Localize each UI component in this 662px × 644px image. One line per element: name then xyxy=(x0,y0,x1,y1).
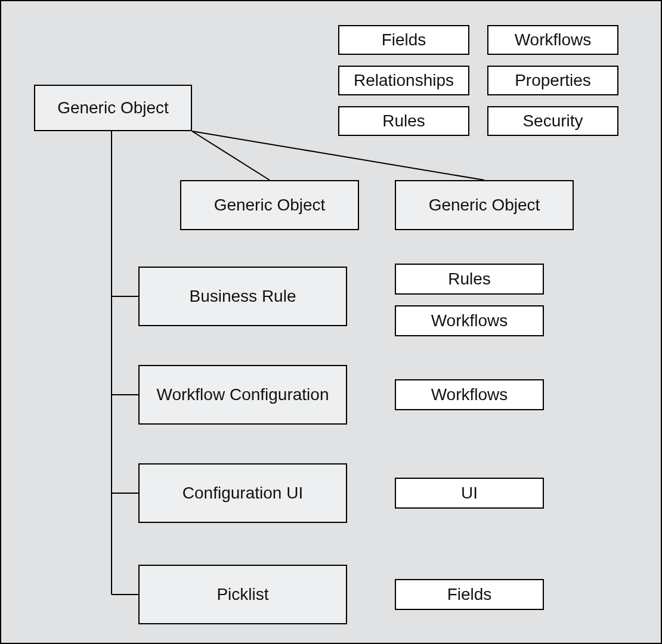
attr-label: Fields xyxy=(382,30,426,49)
diagram-canvas: Generic Object Fields Workflows Relation… xyxy=(0,0,662,644)
node-label: Generic Object xyxy=(57,98,169,117)
attr-security: Security xyxy=(487,106,618,136)
node-label: Generic Object xyxy=(214,196,326,215)
tag-label: Workflows xyxy=(431,311,508,330)
node-generic-object-child-right: Generic Object xyxy=(395,180,574,230)
node-label: Generic Object xyxy=(429,196,540,215)
attr-label: Rules xyxy=(382,112,425,131)
svg-line-5 xyxy=(192,131,270,180)
tag-label: Rules xyxy=(448,270,491,289)
attr-properties: Properties xyxy=(487,66,618,95)
tag-label: Fields xyxy=(447,585,492,604)
attr-relationships: Relationships xyxy=(338,66,469,95)
attr-label: Relationships xyxy=(354,71,454,90)
tag-configuration-ui-ui: UI xyxy=(395,478,544,509)
node-label: Workflow Configuration xyxy=(157,385,329,404)
node-generic-object-root: Generic Object xyxy=(34,85,192,131)
tag-business-rule-workflows: Workflows xyxy=(395,305,544,336)
node-configuration-ui: Configuration UI xyxy=(138,463,347,523)
attr-label: Workflows xyxy=(515,30,592,49)
svg-line-6 xyxy=(192,131,484,180)
node-generic-object-child-left: Generic Object xyxy=(180,180,359,230)
node-business-rule: Business Rule xyxy=(138,267,347,326)
node-label: Picklist xyxy=(216,585,268,604)
attr-workflows: Workflows xyxy=(487,25,618,55)
attr-label: Security xyxy=(522,112,583,131)
node-picklist: Picklist xyxy=(138,565,347,624)
node-label: Configuration UI xyxy=(182,484,303,503)
attr-rules: Rules xyxy=(338,106,469,136)
tag-picklist-fields: Fields xyxy=(395,579,544,610)
tag-label: Workflows xyxy=(431,385,508,404)
attr-fields: Fields xyxy=(338,25,469,55)
tag-workflow-configuration-workflows: Workflows xyxy=(395,379,544,410)
node-label: Business Rule xyxy=(190,287,296,306)
tag-label: UI xyxy=(461,484,478,503)
attr-label: Properties xyxy=(515,71,591,90)
node-workflow-configuration: Workflow Configuration xyxy=(138,365,347,425)
tag-business-rule-rules: Rules xyxy=(395,264,544,295)
